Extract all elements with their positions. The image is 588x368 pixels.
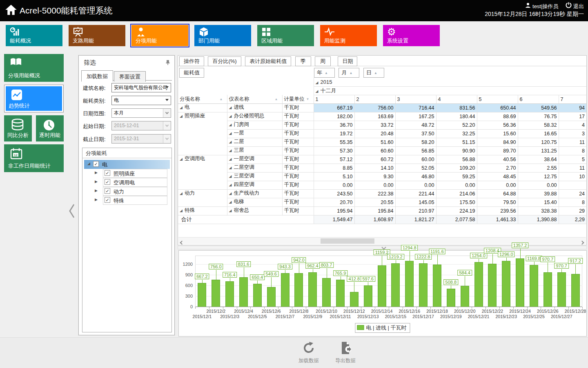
value-cell[interactable]: 56.85 — [395, 146, 436, 155]
table-row[interactable]: ◢二层千瓦时55.3551.6058.2051.1584.90120.7511 — [178, 138, 586, 146]
value-cell[interactable]: 33.72 — [354, 121, 395, 129]
day-axis-chip[interactable]: 日▲ — [363, 68, 384, 78]
tree-node-root[interactable]: ◢ ✓ 电 — [84, 160, 170, 169]
value-cell[interactable]: 84.90 — [477, 138, 518, 146]
column-header[interactable]: 仪表名称▲ — [227, 95, 282, 103]
value-cell[interactable]: 20.48 — [354, 129, 395, 138]
value-cell[interactable]: 3 — [559, 129, 586, 138]
value-cell[interactable]: 48.72 — [395, 121, 436, 129]
sidebar-item-subentry-overview[interactable]: 分项用能概况 — [4, 54, 64, 82]
value-cell[interactable]: 328.38 — [518, 206, 559, 215]
logout-button[interactable]: 退出 — [573, 3, 584, 9]
checkbox[interactable]: ✓ — [93, 161, 99, 167]
value-cell[interactable]: 0.00 — [518, 181, 559, 189]
sidebar-item-trend-statistics[interactable]: 趋势统计 — [4, 85, 64, 112]
checkbox[interactable]: ✓ — [105, 188, 110, 194]
value-cell[interactable]: 20.70 — [314, 198, 354, 206]
table-row[interactable]: ◢电梯千瓦时20.7020.55145.05175.5079.5015.408 — [178, 198, 586, 206]
value-cell[interactable]: 8 — [559, 146, 586, 155]
value-cell[interactable]: 4 — [559, 121, 586, 129]
value-cell[interactable]: 145.05 — [395, 198, 436, 206]
value-cell[interactable]: 10 — [559, 172, 586, 181]
value-cell[interactable]: 12.75 — [518, 172, 559, 181]
day-header[interactable]: 5 — [477, 95, 518, 103]
sidebar-item-hourly-energy[interactable]: 逐时用能 — [36, 115, 64, 141]
value-cell[interactable]: 120.75 — [518, 138, 559, 146]
column-header[interactable]: 计量单位▼ — [282, 95, 314, 103]
value-cell[interactable]: 221.44 — [395, 189, 436, 198]
category-cell[interactable]: ◢空调用电 — [178, 155, 227, 189]
home-icon[interactable] — [5, 4, 17, 17]
value-cell[interactable]: 17 — [559, 112, 586, 121]
table-row[interactable]: ◢照明插座◢办公楼照明总千瓦时182.00163.69167.25180.448… — [178, 112, 586, 121]
value-cell[interactable]: 16.65 — [518, 129, 559, 138]
value-cell[interactable]: 756.00 — [354, 103, 395, 112]
value-cell[interactable]: 131.25 — [518, 146, 559, 155]
operator-chip[interactable]: 操作符 — [179, 56, 204, 66]
value-cell[interactable]: 46.80 — [395, 172, 436, 181]
value-cell[interactable]: 60.00 — [395, 155, 436, 164]
year-group-row[interactable]: ◢2015 — [314, 78, 586, 86]
meter-cell[interactable]: ◢二层空调 — [227, 164, 282, 172]
table-row[interactable]: ◢三层空调千瓦时5.109.3046.8059.2548.4512.7510 — [178, 172, 586, 181]
value-cell[interactable]: 79.50 — [477, 198, 518, 206]
year-axis-chip[interactable]: 年▲ — [314, 68, 335, 78]
collapsed-icon[interactable]: ▶ — [95, 188, 98, 193]
load-data-button[interactable]: 加载数据 — [296, 341, 321, 364]
table-row[interactable]: ◢二层空调千瓦时8.8514.1052.05109.202.702.5511 — [178, 164, 586, 172]
scrollbar-thumb[interactable] — [321, 238, 374, 244]
export-data-button[interactable]: 导出数据 — [333, 341, 358, 364]
value-cell[interactable]: 14.10 — [354, 164, 395, 172]
value-cell[interactable]: 716.44 — [395, 103, 436, 112]
meter-cell[interactable]: ◢三层 — [227, 146, 282, 155]
collapsed-icon[interactable]: ▶ — [95, 180, 98, 184]
nav-tile-energy-monitoring[interactable]: 用能监测 — [320, 25, 377, 46]
value-cell[interactable]: 15.40 — [518, 198, 559, 206]
tab-load-data[interactable]: 加载数据 — [81, 70, 113, 82]
table-row[interactable]: ◢电◢进线千瓦时667.19756.00716.44831.56650.4454… — [178, 103, 586, 112]
value-cell[interactable]: 210.97 — [395, 206, 436, 215]
value-cell[interactable]: 48.45 — [477, 172, 518, 181]
value-cell[interactable] — [559, 181, 586, 189]
meter-cell[interactable]: ◢进线 — [227, 103, 282, 112]
value-cell[interactable]: 175.50 — [436, 198, 477, 206]
date-chip[interactable]: 日期 — [338, 56, 357, 66]
value-cell[interactable]: 15.60 — [477, 129, 518, 138]
value-cell[interactable]: 650.44 — [477, 103, 518, 112]
value-cell[interactable]: 60.60 — [354, 146, 395, 155]
value-cell[interactable]: 2.55 — [518, 164, 559, 172]
value-cell[interactable]: 180.44 — [436, 112, 477, 121]
table-row[interactable]: ◢空调用电◢一层空调千瓦时57.1260.7260.0056.8840.5638… — [178, 155, 586, 164]
value-cell[interactable]: 195.94 — [314, 206, 354, 215]
meter-cell[interactable]: ◢三层空调 — [227, 172, 282, 181]
day-header[interactable]: 3 — [395, 95, 436, 103]
value-cell[interactable]: 52.20 — [436, 121, 477, 129]
meter-cell[interactable]: ◢办公楼照明总 — [227, 112, 282, 121]
table-row[interactable]: ◢动力◢生产线动力千瓦时243.50222.38221.44214.0664.8… — [178, 189, 586, 198]
value-cell[interactable]: 37.50 — [395, 129, 436, 138]
value-cell[interactable]: 239.56 — [477, 206, 518, 215]
value-cell[interactable]: 40.56 — [477, 155, 518, 164]
value-cell[interactable]: 94 — [559, 103, 586, 112]
value-cell[interactable]: 58.32 — [518, 121, 559, 129]
value-cell[interactable]: 38.64 — [518, 155, 559, 164]
building-name-select[interactable]: 安科瑞电气股份有限公司 — [111, 83, 171, 92]
value-cell[interactable]: 163.69 — [354, 112, 395, 121]
sidebar-item-nonworkday-stats[interactable]: 12 非工作日用能统计 — [4, 144, 64, 172]
value-cell[interactable]: 55.35 — [314, 138, 354, 146]
table-row[interactable]: ◢三层千瓦时57.3060.6056.8590.9089.70131.258 — [178, 146, 586, 155]
meter-cell[interactable]: ◢一层 — [227, 129, 282, 138]
value-cell[interactable]: 19.72 — [314, 129, 354, 138]
category-cell[interactable]: ◢照明插座 — [178, 112, 227, 155]
value-cell[interactable]: 90.90 — [436, 146, 477, 155]
value-cell[interactable]: 20.55 — [354, 198, 395, 206]
checkbox[interactable]: ✓ — [105, 170, 110, 176]
value-cell[interactable]: 243.50 — [314, 189, 354, 198]
energy-type-select[interactable]: 电 — [111, 96, 171, 105]
quarter-chip[interactable]: 季 — [295, 56, 311, 66]
category-cell[interactable]: ◢电 — [178, 103, 227, 112]
value-cell[interactable]: 549.56 — [518, 103, 559, 112]
meter-cell[interactable]: ◢四层空调 — [227, 181, 282, 189]
table-row[interactable]: ◢特殊◢宿舍总千瓦时195.94195.84210.97224.19239.56… — [178, 206, 586, 215]
raw-energy-chip[interactable]: 表计原始能耗值 — [245, 56, 291, 66]
